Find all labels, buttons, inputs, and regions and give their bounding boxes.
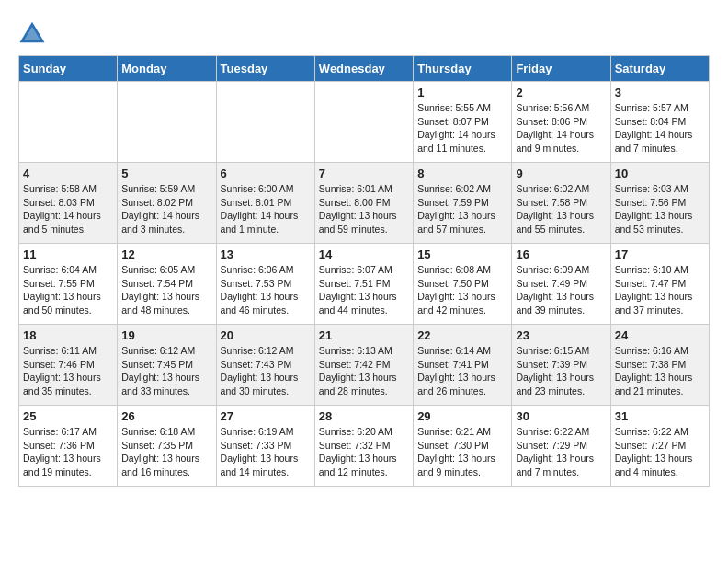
calendar-header: SundayMondayTuesdayWednesdayThursdayFrid… <box>19 56 710 82</box>
calendar-week-row: 1Sunrise: 5:55 AM Sunset: 8:07 PM Daylig… <box>19 82 710 163</box>
calendar-cell: 22Sunrise: 6:14 AM Sunset: 7:41 PM Dayli… <box>414 325 512 406</box>
day-info: Sunrise: 5:59 AM Sunset: 8:02 PM Dayligh… <box>121 182 211 236</box>
calendar-cell: 15Sunrise: 6:08 AM Sunset: 7:50 PM Dayli… <box>414 244 512 325</box>
day-number: 21 <box>319 328 409 342</box>
calendar-cell: 4Sunrise: 5:58 AM Sunset: 8:03 PM Daylig… <box>19 163 118 244</box>
calendar-cell: 6Sunrise: 6:00 AM Sunset: 8:01 PM Daylig… <box>216 163 314 244</box>
calendar-week-row: 11Sunrise: 6:04 AM Sunset: 7:55 PM Dayli… <box>19 244 710 325</box>
day-of-week-header: Friday <box>512 56 610 82</box>
day-info: Sunrise: 5:55 AM Sunset: 8:07 PM Dayligh… <box>417 101 507 155</box>
calendar-cell: 5Sunrise: 5:59 AM Sunset: 8:02 PM Daylig… <box>118 163 216 244</box>
calendar-cell: 26Sunrise: 6:18 AM Sunset: 7:35 PM Dayli… <box>118 406 216 487</box>
calendar-cell: 31Sunrise: 6:22 AM Sunset: 7:27 PM Dayli… <box>610 406 709 487</box>
calendar-cell <box>118 82 216 163</box>
day-number: 23 <box>516 328 606 342</box>
calendar-cell: 28Sunrise: 6:20 AM Sunset: 7:32 PM Dayli… <box>314 406 413 487</box>
day-number: 10 <box>615 167 705 180</box>
calendar-cell: 18Sunrise: 6:11 AM Sunset: 7:46 PM Dayli… <box>19 325 118 406</box>
day-number: 17 <box>615 247 705 261</box>
day-number: 29 <box>417 409 507 423</box>
day-of-week-header: Wednesday <box>314 56 413 82</box>
day-number: 25 <box>23 409 113 423</box>
calendar-cell: 20Sunrise: 6:12 AM Sunset: 7:43 PM Dayli… <box>216 325 314 406</box>
calendar-week-row: 4Sunrise: 5:58 AM Sunset: 8:03 PM Daylig… <box>19 163 710 244</box>
calendar-week-row: 18Sunrise: 6:11 AM Sunset: 7:46 PM Dayli… <box>19 325 710 406</box>
calendar-cell: 30Sunrise: 6:22 AM Sunset: 7:29 PM Dayli… <box>512 406 610 487</box>
day-number: 30 <box>516 409 606 423</box>
day-info: Sunrise: 5:58 AM Sunset: 8:03 PM Dayligh… <box>23 182 113 236</box>
logo-icon <box>18 18 46 46</box>
day-info: Sunrise: 6:15 AM Sunset: 7:39 PM Dayligh… <box>516 344 606 398</box>
day-info: Sunrise: 6:20 AM Sunset: 7:32 PM Dayligh… <box>319 425 409 479</box>
day-number: 12 <box>121 247 211 261</box>
day-number: 2 <box>516 86 606 99</box>
day-number: 8 <box>417 167 507 180</box>
page-header <box>18 18 710 46</box>
calendar-cell <box>216 82 314 163</box>
day-number: 6 <box>221 167 311 180</box>
calendar-week-row: 25Sunrise: 6:17 AM Sunset: 7:36 PM Dayli… <box>19 406 710 487</box>
day-of-week-header: Sunday <box>19 56 118 82</box>
calendar-cell: 29Sunrise: 6:21 AM Sunset: 7:30 PM Dayli… <box>414 406 512 487</box>
header-row: SundayMondayTuesdayWednesdayThursdayFrid… <box>19 56 710 82</box>
calendar-cell: 16Sunrise: 6:09 AM Sunset: 7:49 PM Dayli… <box>512 244 610 325</box>
day-info: Sunrise: 6:04 AM Sunset: 7:55 PM Dayligh… <box>23 263 113 317</box>
calendar-cell: 10Sunrise: 6:03 AM Sunset: 7:56 PM Dayli… <box>610 163 709 244</box>
calendar-body: 1Sunrise: 5:55 AM Sunset: 8:07 PM Daylig… <box>19 82 710 487</box>
day-of-week-header: Thursday <box>414 56 512 82</box>
day-number: 15 <box>417 247 507 261</box>
day-info: Sunrise: 6:06 AM Sunset: 7:53 PM Dayligh… <box>221 263 311 317</box>
calendar-cell: 1Sunrise: 5:55 AM Sunset: 8:07 PM Daylig… <box>414 82 512 163</box>
day-number: 19 <box>121 328 211 342</box>
calendar-cell: 7Sunrise: 6:01 AM Sunset: 8:00 PM Daylig… <box>314 163 413 244</box>
day-info: Sunrise: 6:12 AM Sunset: 7:43 PM Dayligh… <box>221 344 311 398</box>
calendar-cell: 3Sunrise: 5:57 AM Sunset: 8:04 PM Daylig… <box>610 82 709 163</box>
day-number: 1 <box>417 86 507 99</box>
day-info: Sunrise: 6:16 AM Sunset: 7:38 PM Dayligh… <box>615 344 705 398</box>
day-info: Sunrise: 6:01 AM Sunset: 8:00 PM Dayligh… <box>319 182 409 236</box>
day-info: Sunrise: 6:17 AM Sunset: 7:36 PM Dayligh… <box>23 425 113 479</box>
calendar-cell: 13Sunrise: 6:06 AM Sunset: 7:53 PM Dayli… <box>216 244 314 325</box>
calendar-cell: 8Sunrise: 6:02 AM Sunset: 7:59 PM Daylig… <box>414 163 512 244</box>
calendar-cell: 25Sunrise: 6:17 AM Sunset: 7:36 PM Dayli… <box>19 406 118 487</box>
day-number: 14 <box>319 247 409 261</box>
calendar-cell: 17Sunrise: 6:10 AM Sunset: 7:47 PM Dayli… <box>610 244 709 325</box>
day-info: Sunrise: 6:14 AM Sunset: 7:41 PM Dayligh… <box>417 344 507 398</box>
day-of-week-header: Saturday <box>610 56 709 82</box>
day-info: Sunrise: 6:07 AM Sunset: 7:51 PM Dayligh… <box>319 263 409 317</box>
day-of-week-header: Tuesday <box>216 56 314 82</box>
day-info: Sunrise: 6:00 AM Sunset: 8:01 PM Dayligh… <box>221 182 311 236</box>
logo <box>18 18 50 46</box>
day-number: 26 <box>121 409 211 423</box>
day-number: 9 <box>516 167 606 180</box>
calendar-cell: 9Sunrise: 6:02 AM Sunset: 7:58 PM Daylig… <box>512 163 610 244</box>
day-info: Sunrise: 5:57 AM Sunset: 8:04 PM Dayligh… <box>615 101 705 155</box>
day-number: 7 <box>319 167 409 180</box>
calendar-cell: 23Sunrise: 6:15 AM Sunset: 7:39 PM Dayli… <box>512 325 610 406</box>
calendar-cell: 27Sunrise: 6:19 AM Sunset: 7:33 PM Dayli… <box>216 406 314 487</box>
calendar-cell: 14Sunrise: 6:07 AM Sunset: 7:51 PM Dayli… <box>314 244 413 325</box>
day-number: 5 <box>121 167 211 180</box>
calendar-cell: 11Sunrise: 6:04 AM Sunset: 7:55 PM Dayli… <box>19 244 118 325</box>
day-number: 31 <box>615 409 705 423</box>
day-info: Sunrise: 6:05 AM Sunset: 7:54 PM Dayligh… <box>121 263 211 317</box>
day-number: 11 <box>23 247 113 261</box>
calendar-table: SundayMondayTuesdayWednesdayThursdayFrid… <box>18 55 710 487</box>
calendar-cell: 19Sunrise: 6:12 AM Sunset: 7:45 PM Dayli… <box>118 325 216 406</box>
day-number: 28 <box>319 409 409 423</box>
day-number: 4 <box>23 167 113 180</box>
day-info: Sunrise: 5:56 AM Sunset: 8:06 PM Dayligh… <box>516 101 606 155</box>
day-number: 13 <box>221 247 311 261</box>
day-info: Sunrise: 6:03 AM Sunset: 7:56 PM Dayligh… <box>615 182 705 236</box>
day-of-week-header: Monday <box>118 56 216 82</box>
day-number: 24 <box>615 328 705 342</box>
day-info: Sunrise: 6:18 AM Sunset: 7:35 PM Dayligh… <box>121 425 211 479</box>
day-info: Sunrise: 6:22 AM Sunset: 7:29 PM Dayligh… <box>516 425 606 479</box>
day-number: 20 <box>221 328 311 342</box>
day-info: Sunrise: 6:21 AM Sunset: 7:30 PM Dayligh… <box>417 425 507 479</box>
day-info: Sunrise: 6:08 AM Sunset: 7:50 PM Dayligh… <box>417 263 507 317</box>
day-info: Sunrise: 6:09 AM Sunset: 7:49 PM Dayligh… <box>516 263 606 317</box>
calendar-cell <box>19 82 118 163</box>
calendar-cell: 21Sunrise: 6:13 AM Sunset: 7:42 PM Dayli… <box>314 325 413 406</box>
day-number: 27 <box>221 409 311 423</box>
